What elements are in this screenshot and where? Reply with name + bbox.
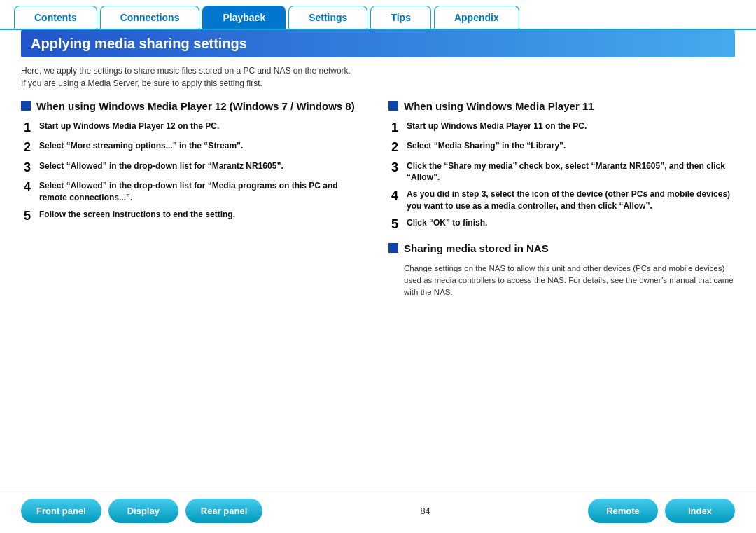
tab-tips[interactable]: Tips	[370, 6, 431, 29]
top-navigation: Contents Connections Playback Settings T…	[0, 0, 756, 30]
intro-line2: If you are using a Media Server, be sure…	[21, 77, 735, 90]
step-number: 5	[24, 209, 34, 224]
page-title: Applying media sharing settings	[21, 30, 735, 57]
wmp12-section-header: When using Windows Media Player 12 (Wind…	[21, 99, 368, 113]
blue-bullet-icon	[388, 243, 398, 253]
front-panel-button[interactable]: Front panel	[21, 499, 102, 523]
nas-title: Sharing media stored in NAS	[404, 242, 549, 256]
wmp12-steps-list: 1 Start up Windows Media Player 12 on th…	[24, 120, 368, 224]
step-number: 1	[24, 120, 34, 136]
tab-settings[interactable]: Settings	[288, 6, 368, 29]
list-item: 5 Click “OK” to finish.	[391, 217, 735, 233]
list-item: 3 Click the “Share my media” check box, …	[391, 160, 735, 184]
intro-line1: Here, we apply the settings to share mus…	[21, 64, 735, 77]
step-number: 5	[391, 217, 401, 233]
nas-section-header: Sharing media stored in NAS	[388, 242, 735, 256]
step-text: Select “Allowed” in the drop-down list f…	[39, 180, 368, 204]
nas-section: Sharing media stored in NAS Change setti…	[388, 242, 735, 298]
nas-body-text: Change settings on the NAS to allow this…	[404, 263, 735, 299]
list-item: 2 Select “More streaming options...” in …	[24, 140, 368, 155]
left-column: When using Windows Media Player 12 (Wind…	[21, 99, 368, 299]
wmp11-title: When using Windows Media Player 11	[404, 99, 594, 113]
bottom-center: 84	[420, 506, 430, 516]
intro-text: Here, we apply the settings to share mus…	[21, 64, 735, 90]
list-item: 5 Follow the screen instructions to end …	[24, 209, 368, 224]
list-item: 4 As you did in step 3, select the icon …	[391, 188, 735, 212]
step-number: 4	[24, 180, 34, 195]
display-button[interactable]: Display	[108, 499, 178, 523]
list-item: 3 Select “Allowed” in the drop-down list…	[24, 160, 368, 176]
step-text: Select “Allowed” in the drop-down list f…	[39, 160, 284, 172]
step-number: 4	[391, 188, 401, 204]
bottom-nav-left: Front panel Display Rear panel	[21, 499, 262, 523]
step-number: 2	[391, 140, 401, 155]
two-column-layout: When using Windows Media Player 12 (Wind…	[21, 99, 735, 299]
page-number: 84	[420, 506, 430, 516]
step-text: Start up Windows Media Player 11 on the …	[407, 120, 587, 132]
step-text: Select “More streaming options...” in th…	[39, 140, 243, 152]
wmp11-section-header: When using Windows Media Player 11	[388, 99, 735, 113]
list-item: 1 Start up Windows Media Player 11 on th…	[391, 120, 735, 136]
rear-panel-button[interactable]: Rear panel	[186, 499, 262, 523]
remote-button[interactable]: Remote	[588, 499, 658, 523]
step-number: 3	[391, 160, 401, 176]
list-item: 2 Select “Media Sharing” in the “Library…	[391, 140, 735, 155]
step-text: Follow the screen instructions to end th…	[39, 209, 235, 221]
step-text: Start up Windows Media Player 12 on the …	[39, 120, 219, 132]
step-text: As you did in step 3, select the icon of…	[407, 188, 735, 212]
bottom-nav-right: Remote Index	[588, 499, 735, 523]
step-text: Select “Media Sharing” in the “Library”.	[407, 140, 566, 152]
main-content: Applying media sharing settings Here, we…	[0, 30, 756, 490]
step-text: Click the “Share my media” check box, se…	[407, 160, 735, 184]
tab-contents[interactable]: Contents	[14, 6, 97, 29]
index-button[interactable]: Index	[665, 499, 735, 523]
step-number: 2	[24, 140, 34, 155]
wmp11-steps-list: 1 Start up Windows Media Player 11 on th…	[391, 120, 735, 233]
bottom-navigation: Front panel Display Rear panel 84 Remote…	[0, 490, 756, 533]
list-item: 4 Select “Allowed” in the drop-down list…	[24, 180, 368, 204]
step-text: Click “OK” to finish.	[407, 217, 487, 229]
tab-connections[interactable]: Connections	[100, 6, 200, 29]
tab-appendix[interactable]: Appendix	[434, 6, 519, 29]
step-number: 1	[391, 120, 401, 136]
list-item: 1 Start up Windows Media Player 12 on th…	[24, 120, 368, 136]
wmp12-title: When using Windows Media Player 12 (Wind…	[36, 99, 355, 113]
blue-bullet-icon	[21, 101, 31, 111]
step-number: 3	[24, 160, 34, 176]
tab-playback[interactable]: Playback	[202, 6, 286, 29]
right-column: When using Windows Media Player 11 1 Sta…	[388, 99, 735, 299]
blue-bullet-icon	[388, 101, 398, 111]
